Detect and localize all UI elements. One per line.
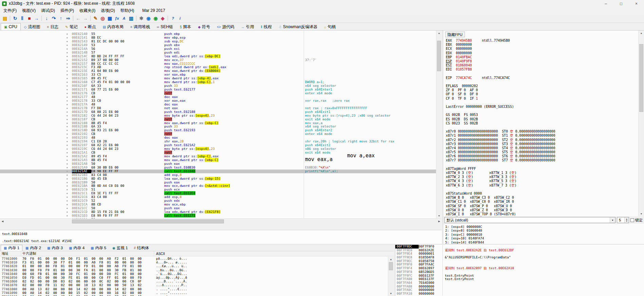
disasm-row[interactable]: ●00E6215EA1 04 B0 E6 00mov eax,dword ptr…: [0, 69, 436, 73]
register-line[interactable]: x87SW_C1 0 x87SW_C0 0 x87SW_IR 0: [446, 200, 638, 204]
disasm-comment[interactable]: enter x64 mode: [304, 92, 332, 95]
disasm-instruction[interactable]: add esp,8: [164, 195, 304, 199]
menu-item[interactable]: 视图(V): [19, 7, 38, 14]
tab-handles[interactable]: ⌂句柄: [321, 23, 339, 30]
disasm-row[interactable]: ●00E62182C6 44 24 04 23mov byte ptr ss:[…: [0, 114, 436, 118]
calling-convention-select[interactable]: 默认 (stdcall) ▼: [444, 217, 615, 223]
tab-watch-1[interactable]: ◉监视 1: [109, 245, 131, 251]
register-line[interactable]: x87r6 00000000000000000000 ST6 空 0.00000…: [446, 154, 638, 158]
disasm-comment[interactable]: [304, 73, 305, 77]
pause-icon[interactable]: ‖: [19, 15, 26, 22]
tab-references[interactable]: ↔引用: [238, 23, 258, 30]
disasm-comment[interactable]: mov eax,a: [304, 158, 333, 161]
breakpoint-dot-icon[interactable]: ●: [67, 136, 72, 140]
disasm-comment[interactable]: xor rax,rax ;zero rax: [304, 99, 350, 103]
disasm-address[interactable]: 00E62152: [72, 58, 91, 62]
register-line[interactable]: x87TW_4 3 (空) x87TW_5 3 (空): [446, 179, 638, 183]
dump-ascii[interactable]: .....@....p....: [154, 295, 187, 296]
chevron-down-icon[interactable]: ▼: [610, 217, 615, 223]
breakpoint-dot-icon[interactable]: ●: [67, 62, 72, 66]
breakpoint-dot-icon[interactable]: ●: [67, 214, 72, 218]
disasm-instruction[interactable]: mov eax,dword ptr ss:[ebp-C]: [164, 121, 304, 125]
breakpoint-dot-icon[interactable]: ●: [67, 173, 72, 177]
disasm-instruction[interactable]: mov eax,dword ptr ss:[ebp-C]: [164, 158, 304, 162]
stack-address[interactable]: 00F7F9F8: [395, 270, 419, 274]
dump-hex[interactable]: E0 FD 01 00 00 30 FE 01 00 00 C0 FF 01 0…: [21, 276, 154, 279]
dump-row[interactable]: 7746102001 00 00 80 F8 01 00 00 F9 01 00…: [0, 264, 388, 268]
ascii-table-icon[interactable]: A: [120, 15, 128, 22]
dump-row[interactable]: 774610A010 16 02 00 00 40 16 02 00 00 70…: [0, 295, 388, 296]
run-icon[interactable]: →: [33, 15, 40, 22]
tab-memory-2[interactable]: ▦内存 2: [22, 245, 44, 251]
tab-notes[interactable]: ✎笔记: [62, 23, 81, 30]
tab-call-stack[interactable]: ≡调用堆栈: [127, 23, 153, 30]
stepper-arrows-icon[interactable]: ▲▼: [624, 217, 629, 223]
breakpoint-dot-icon[interactable]: ●: [67, 77, 72, 80]
breakpoint-dot-icon[interactable]: ●: [67, 158, 72, 162]
stack-value[interactable]: 7E64E000: [419, 281, 442, 285]
memory-dump-icon[interactable]: ▦: [106, 15, 113, 22]
breakpoint-dot-icon[interactable]: ●: [67, 129, 72, 132]
scroll-thumb[interactable]: [437, 41, 441, 71]
tab-seh-chain[interactable]: ∞SEH链: [153, 23, 176, 30]
register-line[interactable]: EDX 00000000: [446, 51, 638, 55]
disasm-comment[interactable]: mov byte ptr ss:[rsp+4],23 ;x86 seg sele…: [304, 114, 391, 118]
scroll-down-arrow-icon[interactable]: ▼: [436, 213, 442, 218]
breakpoint-dot-icon[interactable]: ●: [67, 88, 72, 92]
breakpoint-dot-icon[interactable]: ●: [67, 143, 72, 147]
disasm-row[interactable]: ●00E621BA8B 0D A4 C0 E6 00mov ecx,dword …: [0, 184, 436, 188]
dump-ascii[interactable]: pð....Ðñ... ò...: [154, 257, 187, 260]
dump-row[interactable]: 7746104000 60 FB 01 00 00 30 FC 01 00 00…: [0, 272, 388, 276]
disasm-row[interactable]: ●00E6214A56push esi: [0, 47, 436, 51]
globe-green-icon[interactable]: ◉: [152, 15, 159, 22]
disassembly-view[interactable]: ●00E6214055push ebp●00E621418B ECmov ebp…: [0, 31, 442, 224]
disasm-row[interactable]: ●00E6214B57push edi: [0, 51, 436, 55]
breakpoint-dot-icon[interactable]: ●: [67, 155, 72, 158]
dump-view[interactable]: 地址 十六进制 ASCII 7746100070 F0 01 00 00 00 …: [0, 251, 394, 296]
register-line[interactable]: [446, 80, 638, 84]
register-line[interactable]: x87r3 00000000000000000000 ST3 空 0.00000…: [446, 142, 638, 146]
argument-line[interactable]: 3: [esp+C] 00000010: [445, 233, 642, 236]
disasm-row[interactable]: ●00E6214953push ebx: [0, 43, 436, 47]
dump-ascii[interactable]: ...€ø...ù... ù..: [154, 264, 187, 268]
disasm-row[interactable]: ●00E62194C1 E8 20shr eax,20shr rax,20h ;…: [0, 140, 436, 143]
register-line[interactable]: [446, 163, 638, 167]
breakpoint-dot-icon[interactable]: ●: [67, 40, 72, 43]
dump-ascii[interactable]: . ....°....€....: [154, 287, 187, 291]
scroll-right-arrow-icon[interactable]: ▶: [437, 219, 442, 224]
breakpoint-dot-icon[interactable]: ●: [67, 118, 72, 121]
stack-row[interactable]: 00F7FA1000000000: [395, 292, 644, 296]
tab-log[interactable]: ≡日志: [44, 23, 62, 30]
breakpoint-dot-icon[interactable]: ●: [67, 188, 72, 192]
disasm-row[interactable]: ●00E621A850push eax: [0, 162, 436, 166]
register-line[interactable]: CS 0023 SS 002B: [446, 121, 638, 125]
dump-ascii[interactable]: ..ðù...0ú...0û..: [154, 268, 187, 272]
disasm-row[interactable]: ●00E6217168 77 21 E6 00push test.E62177p…: [0, 88, 436, 92]
stack-value[interactable]: 6B52B6D5: [419, 270, 442, 274]
breakpoint-dot-icon[interactable]: ●: [67, 106, 72, 110]
breakpoint-dot-icon[interactable]: ●: [67, 132, 72, 136]
disasm-comment[interactable]: [304, 188, 305, 192]
scroll-thumb[interactable]: [389, 262, 393, 270]
registers-vertical-scrollbar[interactable]: ▲ ▼: [638, 31, 644, 216]
disasm-comment[interactable]: printf("%X\n",a);: [304, 170, 338, 173]
dump-ascii[interactable]: àý...0þ...Àÿ...ð: [154, 276, 187, 279]
disasm-instruction[interactable]: mov byte ptr ss:[esp+4],23: [164, 147, 304, 151]
tab-source[interactable]: <>源代码: [213, 23, 238, 30]
disasm-row[interactable]: ●00E6217833 C0xor eax,eaxxor rax,rax ;ze…: [0, 99, 436, 103]
dump-ascii[interactable]: . ....°.........: [154, 291, 187, 295]
breakpoint-dot-icon[interactable]: ●: [67, 99, 72, 103]
breakpoint-dot-icon[interactable]: ●: [67, 162, 72, 166]
breakpoint-dot-icon[interactable]: ●: [67, 103, 72, 106]
disasm-row[interactable]: ●00E6214055push ebp: [0, 32, 436, 36]
dump-hex[interactable]: 00 A0 13 02 00 00 B0 14 02 00 00 80 14 0…: [21, 287, 154, 291]
scroll-up-arrow-icon[interactable]: ▲: [388, 257, 394, 262]
disasm-comment[interactable]: [304, 36, 305, 40]
disasm-vertical-scrollbar[interactable]: ▲ ▼: [436, 31, 442, 218]
register-line[interactable]: EBX 00000000: [446, 43, 638, 47]
disasm-row[interactable]: ●00E621B68D 45 EBlea eax,dword ptr ss:[e…: [0, 177, 436, 181]
disasm-row[interactable]: ●00E6217A48dec eax: [0, 103, 436, 106]
tab-memory-3[interactable]: ▦内存 3: [44, 245, 66, 251]
breakpoint-dot-icon[interactable]: ●: [67, 55, 72, 58]
breakpoint-dot-icon[interactable]: ●: [67, 121, 72, 125]
